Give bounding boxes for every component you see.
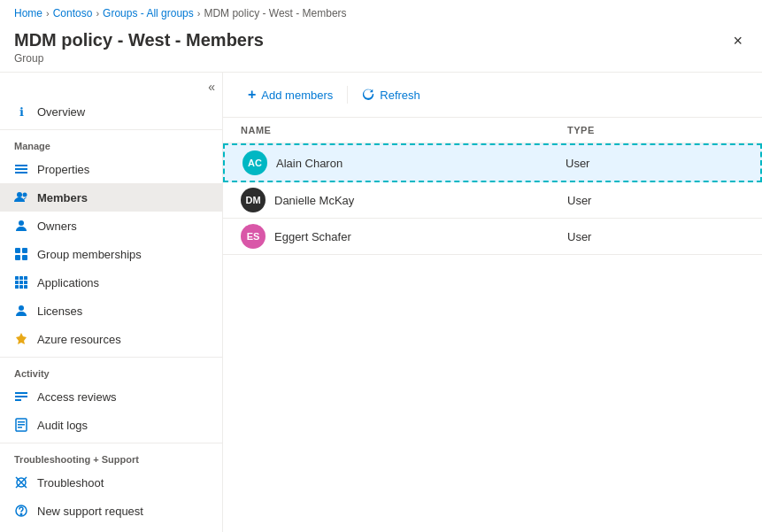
breadcrumb: Home › Contoso › Groups - All groups › M… bbox=[0, 0, 762, 27]
svg-rect-6 bbox=[15, 248, 20, 253]
svg-rect-27 bbox=[18, 427, 22, 428]
sidebar-label-owners: Owners bbox=[37, 220, 77, 233]
members-table: NAME TYPE AC Alain Charon User DM bbox=[223, 118, 762, 255]
sidebar-label-applications: Applications bbox=[37, 276, 99, 289]
properties-icon bbox=[14, 162, 28, 176]
sidebar-label-group-memberships: Group memberships bbox=[37, 248, 142, 261]
breadcrumb-sep2: › bbox=[96, 8, 99, 19]
title-bar: MDM policy - West - Members Group × bbox=[0, 27, 762, 73]
svg-point-3 bbox=[17, 192, 22, 197]
add-members-button[interactable]: + Add members bbox=[241, 83, 340, 106]
overview-icon: ℹ bbox=[14, 104, 28, 119]
owners-icon bbox=[14, 219, 28, 233]
svg-rect-15 bbox=[24, 281, 27, 284]
sidebar-item-troubleshoot[interactable]: Troubleshoot bbox=[0, 468, 222, 497]
avatar-alain: AC bbox=[242, 150, 267, 175]
sidebar-item-owners[interactable]: Owners bbox=[0, 212, 222, 240]
table-row[interactable]: AC Alain Charon User bbox=[223, 143, 762, 182]
svg-rect-16 bbox=[15, 285, 19, 289]
azure-resources-icon bbox=[14, 332, 28, 346]
breadcrumb-sep1: › bbox=[46, 8, 50, 19]
svg-rect-12 bbox=[24, 276, 27, 280]
refresh-button[interactable]: Refresh bbox=[355, 84, 427, 106]
sidebar-label-access-reviews: Access reviews bbox=[37, 390, 117, 404]
breadcrumb-home[interactable]: Home bbox=[14, 7, 42, 19]
table-row[interactable]: DM Danielle McKay User bbox=[223, 182, 762, 219]
audit-logs-icon bbox=[14, 418, 28, 432]
type-alain: User bbox=[566, 157, 743, 170]
svg-rect-8 bbox=[15, 255, 20, 260]
sidebar-label-overview: Overview bbox=[37, 105, 85, 119]
table-row[interactable]: ES Eggert Schafer User bbox=[223, 219, 762, 255]
row-name-alain: AC Alain Charon bbox=[242, 150, 566, 175]
sidebar-item-access-reviews[interactable]: Access reviews bbox=[0, 382, 222, 411]
svg-rect-1 bbox=[15, 168, 27, 170]
svg-point-19 bbox=[19, 305, 24, 311]
svg-rect-2 bbox=[15, 172, 27, 173]
applications-icon bbox=[14, 275, 28, 289]
sidebar-collapse: « bbox=[0, 76, 222, 97]
close-button[interactable]: × bbox=[727, 30, 748, 52]
refresh-icon bbox=[362, 88, 374, 103]
svg-point-32 bbox=[20, 513, 22, 515]
sidebar-section-troubleshooting: Troubleshooting + Support bbox=[0, 443, 222, 468]
sidebar-label-azure-resources: Azure resources bbox=[37, 333, 121, 346]
row-name-eggert: ES Eggert Schafer bbox=[241, 224, 567, 249]
main-layout: « ℹ Overview Manage Properties bbox=[0, 73, 762, 532]
svg-rect-0 bbox=[15, 165, 27, 166]
sidebar-collapse-button[interactable]: « bbox=[208, 80, 215, 94]
sidebar-item-azure-resources[interactable]: Azure resources bbox=[0, 325, 222, 353]
type-danielle: User bbox=[567, 194, 744, 207]
name-eggert: Eggert Schafer bbox=[274, 230, 351, 243]
breadcrumb-groups[interactable]: Groups - All groups bbox=[103, 7, 194, 19]
svg-point-5 bbox=[19, 220, 24, 226]
sidebar-item-members[interactable]: Members bbox=[0, 183, 222, 212]
svg-rect-23 bbox=[15, 399, 21, 401]
svg-rect-21 bbox=[15, 392, 27, 394]
sidebar-label-audit-logs: Audit logs bbox=[37, 419, 88, 432]
content-area: + Add members Refresh NAME TYPE bbox=[223, 73, 762, 532]
avatar-initials-alain: AC bbox=[248, 158, 262, 168]
avatar-initials-eggert: ES bbox=[247, 231, 260, 242]
sidebar-section-manage: Manage bbox=[0, 129, 222, 155]
svg-rect-22 bbox=[15, 396, 27, 397]
sidebar-item-licenses[interactable]: Licenses bbox=[0, 297, 222, 325]
troubleshoot-icon bbox=[14, 475, 28, 490]
svg-rect-11 bbox=[19, 276, 23, 280]
page-subtitle: Group bbox=[14, 52, 264, 65]
name-alain: Alain Charon bbox=[276, 157, 343, 170]
svg-rect-25 bbox=[18, 421, 25, 423]
sidebar-item-group-memberships[interactable]: Group memberships bbox=[0, 240, 222, 268]
avatar-eggert: ES bbox=[241, 224, 266, 249]
title-bar-left: MDM policy - West - Members Group bbox=[14, 30, 264, 65]
sidebar-item-new-support[interactable]: New support request bbox=[0, 497, 222, 525]
licenses-icon bbox=[14, 304, 28, 318]
breadcrumb-contoso[interactable]: Contoso bbox=[53, 7, 93, 19]
sidebar-item-audit-logs[interactable]: Audit logs bbox=[0, 411, 222, 439]
svg-rect-13 bbox=[15, 281, 19, 284]
svg-rect-17 bbox=[19, 285, 23, 289]
access-reviews-icon bbox=[14, 389, 28, 404]
svg-marker-20 bbox=[16, 333, 27, 344]
toolbar: + Add members Refresh bbox=[223, 73, 762, 118]
sidebar-label-troubleshoot: Troubleshoot bbox=[37, 476, 104, 490]
sidebar-section-activity: Activity bbox=[0, 357, 222, 382]
col-header-type: TYPE bbox=[567, 125, 744, 135]
members-icon bbox=[14, 190, 28, 204]
sidebar-item-overview[interactable]: ℹ Overview bbox=[0, 97, 222, 126]
page-title: MDM policy - West - Members bbox=[14, 30, 264, 50]
type-eggert: User bbox=[567, 230, 744, 243]
refresh-label: Refresh bbox=[380, 89, 420, 102]
add-members-label: Add members bbox=[261, 89, 333, 102]
svg-rect-26 bbox=[18, 424, 25, 426]
table-header: NAME TYPE bbox=[223, 118, 762, 143]
sidebar-item-applications[interactable]: Applications bbox=[0, 268, 222, 297]
sidebar-label-licenses: Licenses bbox=[37, 305, 82, 318]
sidebar-item-properties[interactable]: Properties bbox=[0, 155, 222, 183]
avatar-danielle: DM bbox=[241, 188, 266, 212]
sidebar-label-properties: Properties bbox=[37, 163, 89, 176]
group-memberships-icon bbox=[14, 247, 28, 261]
col-header-name: NAME bbox=[241, 125, 567, 135]
sidebar: « ℹ Overview Manage Properties bbox=[0, 73, 223, 532]
svg-rect-7 bbox=[22, 248, 27, 253]
